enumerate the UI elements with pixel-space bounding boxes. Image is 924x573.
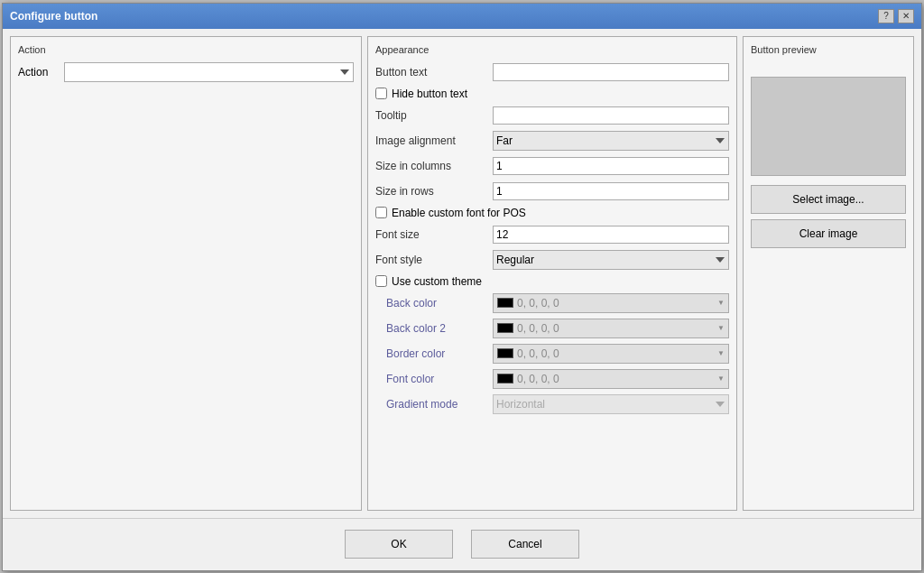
back-color-select[interactable]: 0, 0, 0, 0 ▼ xyxy=(493,293,729,313)
appearance-panel: Appearance Button text Hide button text … xyxy=(367,36,737,511)
close-button[interactable]: ✕ xyxy=(898,9,914,23)
back-color2-select[interactable]: 0, 0, 0, 0 ▼ xyxy=(493,319,729,338)
back-color2-label: Back color 2 xyxy=(375,322,493,335)
select-image-button[interactable]: Select image... xyxy=(751,185,906,214)
gradient-mode-row: Gradient mode Horizontal Vertical None xyxy=(375,394,729,414)
help-button[interactable]: ? xyxy=(878,9,894,23)
clear-image-button[interactable]: Clear image xyxy=(751,219,906,248)
dialog-title: Configure button xyxy=(10,10,97,23)
back-color2-value: 0, 0, 0, 0 xyxy=(517,322,559,335)
border-color-swatch xyxy=(497,348,513,358)
back-color-value: 0, 0, 0, 0 xyxy=(517,297,559,310)
font-style-select[interactable]: Regular Bold Italic Bold Italic xyxy=(493,250,729,270)
hide-button-text-row: Hide button text xyxy=(375,88,729,100)
size-columns-row: Size in columns xyxy=(375,156,729,176)
enable-custom-font-label: Enable custom font for POS xyxy=(392,207,526,219)
font-size-label: Font size xyxy=(375,228,493,241)
font-color-value: 0, 0, 0, 0 xyxy=(517,373,559,385)
enable-custom-font-checkbox[interactable] xyxy=(375,207,387,218)
back-color-arrow: ▼ xyxy=(717,299,725,307)
font-color-select[interactable]: 0, 0, 0, 0 ▼ xyxy=(493,369,729,389)
hide-button-text-label: Hide button text xyxy=(392,88,467,100)
image-alignment-row: Image alignment Far Near Center xyxy=(375,131,729,151)
tooltip-input[interactable] xyxy=(493,106,729,125)
configure-button-dialog: Configure button ? ✕ Action Action Appea… xyxy=(2,3,922,571)
preview-panel: Button preview Select image... Clear ima… xyxy=(743,36,914,511)
ok-button[interactable]: OK xyxy=(345,530,453,559)
use-custom-theme-row: Use custom theme xyxy=(375,275,729,288)
font-size-row: Font size xyxy=(375,225,729,245)
title-bar-controls: ? ✕ xyxy=(878,9,914,23)
action-panel: Action Action xyxy=(10,36,362,511)
border-color-select[interactable]: 0, 0, 0, 0 ▼ xyxy=(493,344,729,364)
font-color-label: Font color xyxy=(375,373,493,385)
back-color2-arrow: ▼ xyxy=(717,324,725,332)
title-bar: Configure button ? ✕ xyxy=(3,4,921,29)
size-columns-input[interactable] xyxy=(493,157,729,175)
button-text-input[interactable] xyxy=(493,63,729,81)
gradient-mode-select[interactable]: Horizontal Vertical None xyxy=(493,394,729,414)
border-color-arrow: ▼ xyxy=(717,349,725,357)
button-text-label: Button text xyxy=(375,66,493,79)
border-color-row: Border color 0, 0, 0, 0 ▼ xyxy=(375,344,729,364)
font-size-input[interactable] xyxy=(493,226,729,244)
font-style-label: Font style xyxy=(375,254,493,266)
back-color-swatch xyxy=(497,298,513,308)
button-preview-area xyxy=(751,77,906,176)
button-text-row: Button text xyxy=(375,62,729,82)
font-color-arrow: ▼ xyxy=(717,374,725,383)
back-color-row: Back color 0, 0, 0, 0 ▼ xyxy=(375,293,729,313)
back-color-label: Back color xyxy=(375,297,493,310)
preview-panel-title: Button preview xyxy=(751,44,906,55)
image-alignment-label: Image alignment xyxy=(375,134,493,147)
use-custom-theme-checkbox[interactable] xyxy=(375,275,387,287)
font-color-row: Font color 0, 0, 0, 0 ▼ xyxy=(375,369,729,389)
size-rows-input[interactable] xyxy=(493,182,729,200)
tooltip-label: Tooltip xyxy=(375,109,493,122)
back-color2-swatch xyxy=(497,323,513,333)
back-color2-row: Back color 2 0, 0, 0, 0 ▼ xyxy=(375,319,729,338)
use-custom-theme-label: Use custom theme xyxy=(392,275,482,288)
hide-button-text-checkbox[interactable] xyxy=(375,88,387,99)
enable-custom-font-row: Enable custom font for POS xyxy=(375,207,729,219)
action-select[interactable] xyxy=(64,62,354,82)
action-label: Action xyxy=(18,66,59,79)
size-rows-row: Size in rows xyxy=(375,181,729,201)
appearance-panel-title: Appearance xyxy=(375,44,729,55)
size-rows-label: Size in rows xyxy=(375,185,493,198)
gradient-mode-label: Gradient mode xyxy=(375,398,493,411)
dialog-footer: OK Cancel xyxy=(3,518,921,570)
size-columns-label: Size in columns xyxy=(375,160,493,172)
action-panel-title: Action xyxy=(18,44,354,55)
font-color-swatch xyxy=(497,374,513,384)
action-row: Action xyxy=(18,62,354,82)
dialog-body: Action Action Appearance Button text Hid… xyxy=(3,29,921,518)
font-style-row: Font style Regular Bold Italic Bold Ital… xyxy=(375,250,729,270)
border-color-value: 0, 0, 0, 0 xyxy=(517,347,559,360)
cancel-button[interactable]: Cancel xyxy=(471,530,579,559)
image-alignment-select[interactable]: Far Near Center xyxy=(493,131,729,151)
tooltip-row: Tooltip xyxy=(375,106,729,125)
border-color-label: Border color xyxy=(375,347,493,360)
